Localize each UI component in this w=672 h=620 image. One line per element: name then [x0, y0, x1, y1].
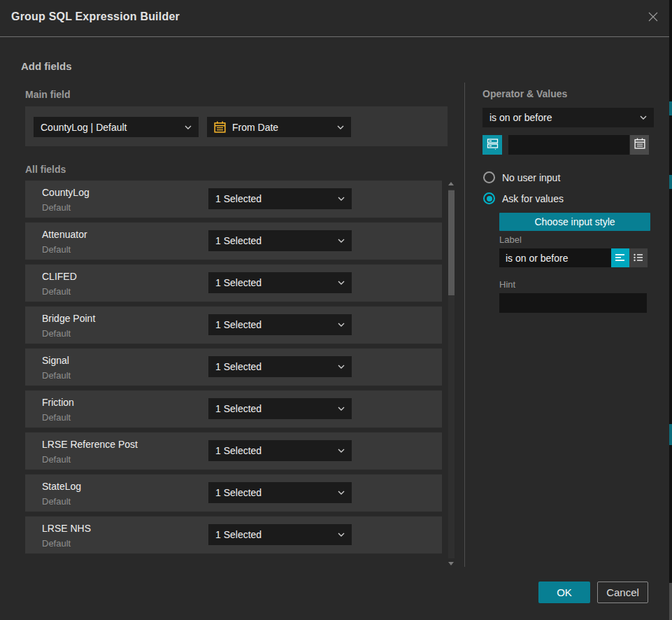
group-sql-expression-builder-dialog: Group SQL Expression Builder Add fields … — [0, 0, 672, 620]
chevron-down-icon — [338, 533, 345, 537]
field-sublabel: Default — [42, 202, 71, 213]
field-selection-dropdown[interactable]: 1 Selected — [208, 398, 352, 419]
field-selection-dropdown[interactable]: 1 Selected — [208, 188, 352, 209]
selection-value: 1 Selected — [215, 361, 262, 372]
field-selection-dropdown[interactable]: 1 Selected — [208, 230, 352, 251]
radio-icon — [483, 171, 495, 183]
main-field-select[interactable]: From Date — [207, 117, 351, 137]
main-field-label: Main field — [25, 89, 71, 100]
background-app-edge — [669, 0, 672, 620]
label-field-label: Label — [499, 234, 522, 245]
field-sublabel: Default — [42, 370, 71, 381]
field-selection-dropdown[interactable]: 1 Selected — [208, 440, 352, 461]
field-name: LRSE Reference Post — [42, 439, 138, 450]
radio-label: No user input — [502, 172, 560, 183]
field-selection-dropdown[interactable]: 1 Selected — [208, 272, 352, 293]
input-style-list-button[interactable] — [629, 248, 648, 267]
operator-values-heading: Operator & Values — [482, 88, 567, 99]
scroll-down-arrow-icon[interactable] — [448, 562, 454, 565]
field-name: Friction — [42, 397, 74, 408]
chevron-down-icon — [338, 281, 345, 285]
field-sublabel: Default — [42, 496, 71, 507]
input-style-align-button[interactable] — [611, 248, 629, 267]
selection-value: 1 Selected — [215, 319, 262, 330]
scrollbar-thumb[interactable] — [448, 190, 455, 295]
ok-button[interactable]: OK — [538, 582, 590, 603]
field-name: CountyLog — [42, 187, 90, 198]
chevron-down-icon — [185, 125, 192, 129]
date-picker-button[interactable] — [630, 135, 649, 155]
add-fields-heading: Add fields — [21, 60, 72, 72]
panel-divider — [464, 83, 465, 567]
chevron-down-icon — [338, 449, 345, 453]
chevron-down-icon — [640, 115, 647, 120]
hint-input[interactable] — [499, 293, 647, 313]
operator-select-value: is on or before — [489, 112, 552, 123]
main-field-panel: CountyLog | Default From Date — [25, 106, 448, 146]
chevron-down-icon — [338, 407, 345, 411]
selection-value: 1 Selected — [215, 403, 262, 414]
calendar-icon — [634, 138, 645, 152]
main-field-select-value: From Date — [232, 122, 278, 133]
field-name: Attenuator — [42, 229, 87, 240]
field-row-clifed: CLIFED Default 1 Selected — [25, 265, 442, 302]
field-sublabel: Default — [42, 328, 71, 339]
selection-value: 1 Selected — [215, 445, 262, 456]
dialog-title: Group SQL Expression Builder — [11, 10, 180, 23]
field-sublabel: Default — [42, 244, 71, 255]
selection-value: 1 Selected — [215, 277, 262, 288]
selection-value: 1 Selected — [215, 529, 262, 540]
chevron-down-icon — [338, 323, 345, 327]
field-selection-dropdown[interactable]: 1 Selected — [208, 524, 352, 545]
field-name: Signal — [42, 355, 69, 366]
field-row-signal: Signal Default 1 Selected — [25, 348, 442, 386]
close-icon — [648, 11, 659, 25]
field-selection-dropdown[interactable]: 1 Selected — [208, 482, 352, 503]
radio-ask-for-values[interactable]: Ask for values — [483, 192, 564, 204]
field-name: CLIFED — [42, 271, 77, 282]
calendar-icon — [214, 121, 226, 133]
close-button[interactable] — [645, 10, 662, 27]
selection-value: 1 Selected — [215, 193, 262, 204]
scroll-up-arrow-icon[interactable] — [448, 182, 454, 185]
field-sublabel: Default — [42, 538, 71, 549]
label-input[interactable] — [499, 248, 611, 267]
field-selection-dropdown[interactable]: 1 Selected — [208, 356, 352, 377]
align-left-icon — [615, 252, 625, 265]
field-name: LRSE NHS — [42, 523, 91, 534]
choose-input-style-button[interactable]: Choose input style — [499, 213, 650, 231]
field-selection-dropdown[interactable]: 1 Selected — [208, 314, 352, 335]
field-row-countylog: CountyLog Default 1 Selected — [25, 181, 442, 218]
fields-scrollbar[interactable] — [448, 181, 455, 567]
field-row-friction: Friction Default 1 Selected — [25, 390, 442, 428]
bullet-list-icon — [634, 252, 643, 265]
layer-select-value: CountyLog | Default — [41, 122, 127, 133]
radio-selected-icon — [483, 192, 495, 204]
field-row-lrse-nhs: LRSE NHS Default 1 Selected — [25, 516, 442, 554]
chevron-down-icon — [338, 239, 345, 243]
input-type-icon — [487, 138, 499, 153]
field-row-lrse-reference-post: LRSE Reference Post Default 1 Selected — [25, 432, 442, 470]
field-name: StateLog — [42, 481, 81, 492]
chevron-down-icon — [338, 491, 345, 495]
value-input[interactable] — [508, 135, 629, 155]
field-name: Bridge Point — [42, 313, 95, 324]
layer-select[interactable]: CountyLog | Default — [34, 117, 199, 137]
selection-value: 1 Selected — [215, 235, 262, 246]
all-fields-label: All fields — [25, 164, 66, 175]
field-sublabel: Default — [42, 454, 71, 465]
field-row-clip: LRSE NHS Default 1 Selected — [25, 516, 442, 555]
radio-no-user-input[interactable]: No user input — [483, 171, 560, 183]
cancel-button[interactable]: Cancel — [597, 582, 648, 603]
value-input-type-button[interactable] — [482, 135, 502, 155]
field-row-statelog: StateLog Default 1 Selected — [25, 474, 442, 512]
selection-value: 1 Selected — [215, 487, 262, 498]
hint-field-label: Hint — [499, 279, 515, 290]
field-sublabel: Default — [42, 286, 71, 297]
radio-label: Ask for values — [502, 193, 564, 204]
operator-select[interactable]: is on or before — [482, 108, 654, 127]
chevron-down-icon — [338, 365, 345, 369]
chevron-down-icon — [338, 197, 345, 201]
field-sublabel: Default — [42, 412, 71, 423]
field-row-bridge-point: Bridge Point Default 1 Selected — [25, 307, 442, 344]
